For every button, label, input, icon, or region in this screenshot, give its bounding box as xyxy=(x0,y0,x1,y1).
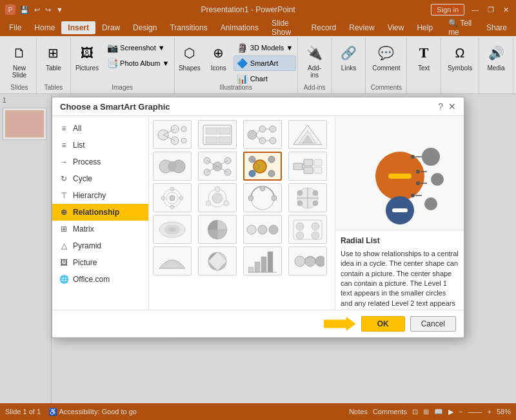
dialog-close-button[interactable]: ✕ xyxy=(448,101,456,112)
category-matrix-label: Matrix xyxy=(73,225,94,234)
svg-point-79 xyxy=(296,223,304,230)
footer-left xyxy=(317,315,356,332)
svg-point-53 xyxy=(170,187,174,191)
grid-item-18[interactable] xyxy=(198,246,237,275)
category-pyramid[interactable]: △ Pyramid xyxy=(52,237,148,254)
preview-panel: Radial List Use to show relationships to… xyxy=(335,116,464,310)
svg-point-77 xyxy=(269,225,278,234)
svg-point-64 xyxy=(272,195,277,201)
cycle-icon: ↻ xyxy=(59,174,69,184)
svg-rect-43 xyxy=(293,163,303,170)
grid-item-13[interactable] xyxy=(153,215,192,244)
category-pyramid-label: Pyramid xyxy=(73,241,101,250)
grid-item-11[interactable] xyxy=(243,183,282,212)
svg-point-81 xyxy=(296,232,304,239)
svg-point-69 xyxy=(313,190,318,195)
svg-point-4 xyxy=(181,138,186,143)
list-icon: ≡ xyxy=(59,140,69,150)
grid-item-14[interactable] xyxy=(198,215,237,244)
svg-point-61 xyxy=(206,201,211,206)
relationship-icon: ⊕ xyxy=(59,207,69,217)
svg-point-54 xyxy=(179,196,183,200)
svg-point-16 xyxy=(270,137,276,144)
category-office-label: Office.com xyxy=(73,275,110,284)
grid-item-7-selected[interactable] xyxy=(243,152,282,181)
dialog-title: Choose a SmartArt Graphic xyxy=(60,102,170,112)
category-matrix[interactable]: ⊞ Matrix xyxy=(52,221,148,237)
category-all[interactable]: ≡ All xyxy=(52,120,148,137)
svg-point-13 xyxy=(259,126,266,132)
hierarchy-icon: ⊤ xyxy=(59,190,69,201)
svg-point-89 xyxy=(295,256,305,266)
svg-rect-84 xyxy=(248,267,253,272)
svg-point-58 xyxy=(212,193,223,203)
grid-item-12[interactable] xyxy=(288,183,327,212)
svg-rect-105 xyxy=(388,174,412,179)
svg-point-59 xyxy=(215,186,220,192)
grid-item-19[interactable] xyxy=(243,246,282,275)
grid-item-1[interactable] xyxy=(153,120,192,149)
grid-items-container xyxy=(153,120,331,275)
svg-point-15 xyxy=(270,126,276,132)
category-relationship-label: Relationship xyxy=(73,208,119,217)
svg-rect-106 xyxy=(392,208,408,212)
svg-point-75 xyxy=(247,225,256,234)
svg-point-74 xyxy=(168,228,176,232)
grid-item-8[interactable] xyxy=(288,152,327,181)
category-process[interactable]: → Process xyxy=(52,154,148,170)
svg-rect-10 xyxy=(206,137,217,143)
svg-point-40 xyxy=(268,170,275,177)
svg-rect-46 xyxy=(314,159,322,166)
radial-preview-svg xyxy=(348,121,452,225)
grid-item-16[interactable] xyxy=(288,215,327,244)
grid-item-5[interactable] xyxy=(153,152,192,181)
dialog-footer: OK Cancel xyxy=(52,310,464,337)
categories-panel: ≡ All ≡ List → Process ↻ Cycle ⊤ Hiera xyxy=(52,116,149,310)
svg-point-95 xyxy=(431,173,444,186)
grid-item-3[interactable] xyxy=(243,120,282,149)
svg-point-26 xyxy=(168,161,176,172)
ok-arrow-container xyxy=(317,315,356,332)
grid-item-10[interactable] xyxy=(198,183,237,212)
svg-point-99 xyxy=(416,170,420,174)
svg-point-71 xyxy=(313,201,318,206)
svg-rect-11 xyxy=(219,137,230,143)
svg-rect-44 xyxy=(304,159,313,166)
category-list[interactable]: ≡ List xyxy=(52,137,148,154)
svg-point-14 xyxy=(259,137,266,144)
grid-item-20[interactable] xyxy=(288,246,327,275)
cancel-button[interactable]: Cancel xyxy=(410,316,456,332)
svg-point-63 xyxy=(260,186,265,191)
svg-point-68 xyxy=(297,190,303,195)
svg-point-96 xyxy=(424,197,437,210)
grid-item-4[interactable] xyxy=(288,120,327,149)
dialog-overlay: Choose a SmartArt Graphic ? ✕ ≡ All ≡ Li… xyxy=(0,0,516,420)
dialog-title-bar: Choose a SmartArt Graphic ? ✕ xyxy=(52,97,464,116)
category-hierarchy[interactable]: ⊤ Hierarchy xyxy=(52,187,148,204)
svg-point-3 xyxy=(181,126,186,132)
svg-point-39 xyxy=(268,156,275,163)
svg-rect-8 xyxy=(206,128,217,134)
category-picture[interactable]: 🖼 Picture xyxy=(52,254,148,271)
category-all-label: All xyxy=(73,124,81,133)
grid-item-15[interactable] xyxy=(243,215,282,244)
ok-arrow-icon xyxy=(324,317,356,331)
smartart-dialog: Choose a SmartArt Graphic ? ✕ ≡ All ≡ Li… xyxy=(52,97,464,338)
svg-point-80 xyxy=(312,223,319,230)
dialog-body: ≡ All ≡ List → Process ↻ Cycle ⊤ Hiera xyxy=(52,116,464,310)
grid-item-2[interactable] xyxy=(198,120,237,149)
process-icon: → xyxy=(59,157,69,167)
ok-button[interactable]: OK xyxy=(361,316,405,332)
dialog-help-button[interactable]: ? xyxy=(438,101,443,112)
smartart-grid[interactable] xyxy=(149,116,335,310)
category-relationship[interactable]: ⊕ Relationship xyxy=(52,204,148,221)
grid-item-17[interactable] xyxy=(153,246,192,275)
category-cycle[interactable]: ↻ Cycle xyxy=(52,170,148,187)
office-icon: 🌐 xyxy=(59,274,69,285)
grid-item-9[interactable] xyxy=(153,183,192,212)
category-list-label: List xyxy=(73,141,85,150)
category-cycle-label: Cycle xyxy=(73,174,92,183)
category-office[interactable]: 🌐 Office.com xyxy=(52,271,148,288)
grid-item-6[interactable] xyxy=(198,152,237,181)
svg-rect-9 xyxy=(219,128,230,134)
